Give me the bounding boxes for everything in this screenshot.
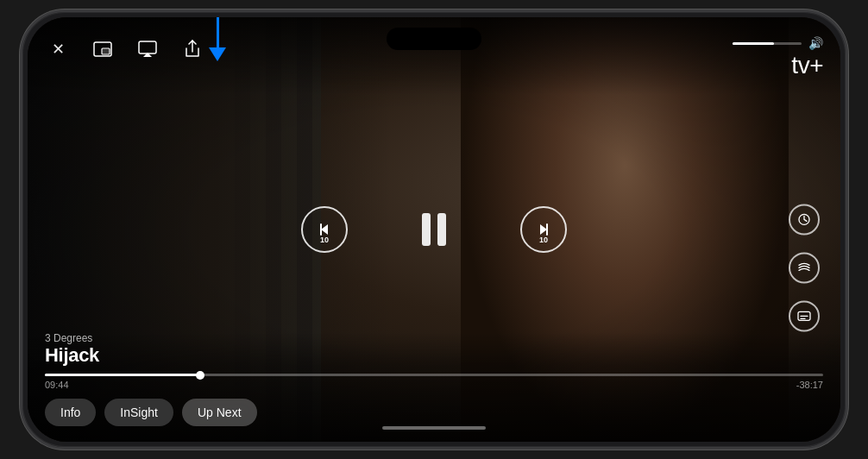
skip-forward-button[interactable]: 10 [520,206,567,253]
subtitles-button[interactable] [789,300,820,331]
show-title: Hijack [45,344,823,367]
phone-wrapper: ✕ [20,9,848,450]
skip-back-button[interactable]: 10 [301,206,348,253]
airplay-button[interactable] [135,36,160,62]
appletv-logo: 🔊 tv+ [733,36,823,79]
arrow-line [217,17,219,47]
volume-up-button [20,116,22,150]
share-button[interactable] [179,36,205,62]
svg-rect-1 [102,48,110,54]
progress-fill [45,374,200,376]
camera-pill [387,28,481,50]
skip-back-label: 10 [320,236,329,244]
pause-bar-left [422,213,431,246]
pause-button[interactable] [417,211,451,248]
pause-bar-right [437,213,446,246]
show-season: 3 Degrees [45,332,823,344]
volume-icon: 🔊 [808,36,823,50]
audio-track-button[interactable] [789,252,820,283]
tab-upnext[interactable]: Up Next [182,399,257,426]
progress-container[interactable]: 09:44 -38:17 [45,374,823,390]
tv-plus-text: tv+ [791,52,823,79]
phone-frame: ✕ [20,9,848,450]
appletv-brand: tv+ [788,52,823,79]
skip-forward-label: 10 [539,236,548,244]
right-side-controls [789,204,820,331]
show-info: 3 Degrees Hijack [45,332,823,367]
playback-speed-button[interactable] [789,204,820,235]
tab-info[interactable]: Info [45,399,96,426]
home-indicator [382,426,486,430]
progress-scrubber[interactable] [196,371,204,380]
top-left-controls: ✕ [45,36,205,62]
bottom-tabs: Info InSight Up Next [45,399,823,426]
svg-rect-2 [139,41,156,53]
volume-control: 🔊 [733,36,823,50]
playback-controls: 10 10 [28,206,840,253]
time-labels: 09:44 -38:17 [45,380,823,390]
tab-insight[interactable]: InSight [104,399,173,426]
mute-button [20,226,22,278]
elapsed-time: 09:44 [45,380,69,390]
progress-bar[interactable] [45,374,823,376]
screen: ✕ [28,17,840,442]
power-button [846,163,848,241]
remaining-time: -38:17 [796,380,823,390]
bottom-overlay: 3 Degrees Hijack 09:44 -38:17 Info InS [28,332,840,442]
arrow-head [209,47,226,61]
volume-fill [733,42,774,45]
pip-button[interactable] [90,36,116,62]
close-button[interactable]: ✕ [45,36,71,62]
blue-arrow-indicator [209,17,226,61]
volume-down-button [20,163,22,215]
volume-bar [733,42,802,45]
